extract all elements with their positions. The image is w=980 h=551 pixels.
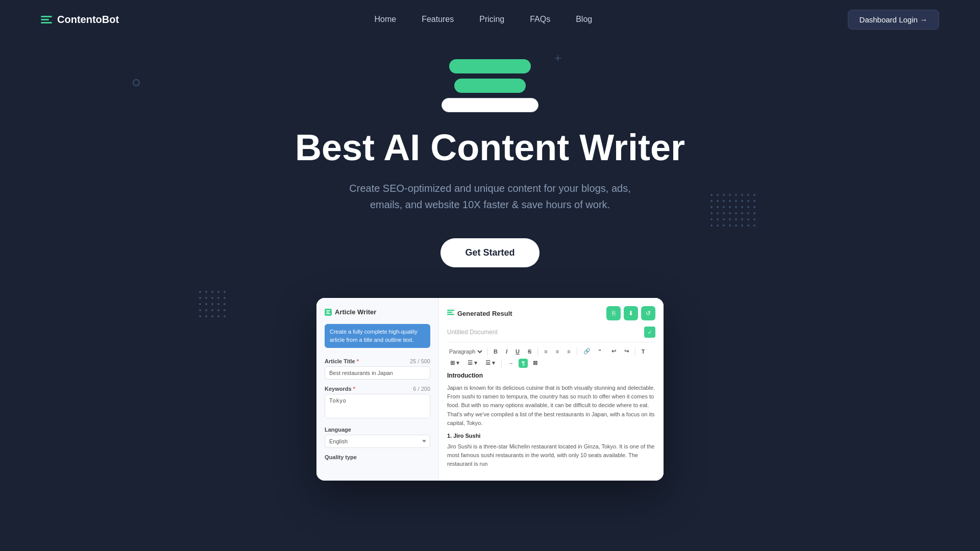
svg-rect-2 bbox=[326, 313, 330, 314]
content-heading: Introduction bbox=[447, 371, 655, 381]
navbar: ContentoBot Home Features Pricing FAQs B… bbox=[0, 0, 980, 39]
doc-save-button[interactable]: ✓ bbox=[644, 327, 655, 338]
svg-rect-3 bbox=[447, 310, 454, 311]
article-writer-panel: Article Writer Create a fully complete h… bbox=[316, 298, 439, 481]
align-right-button[interactable]: ≡ bbox=[564, 347, 573, 356]
document-title-row: Untitled Document ✓ bbox=[447, 327, 655, 342]
toolbar-separator-1 bbox=[487, 347, 487, 356]
content-subparagraph: Jiro Sushi is a three-star Michelin rest… bbox=[447, 442, 655, 468]
required-star-1: * bbox=[355, 358, 359, 364]
indent-button[interactable]: → bbox=[505, 359, 517, 368]
logo[interactable]: ContentoBot bbox=[41, 14, 119, 26]
nav-item-faqs[interactable]: FAQs bbox=[530, 15, 550, 24]
content-paragraph: Japan is known for its delicious cuisine… bbox=[447, 384, 655, 427]
article-title-label: Article Title * 25 / 500 bbox=[325, 358, 430, 364]
logo-text: ContentoBot bbox=[57, 14, 119, 26]
bold-button[interactable]: B bbox=[491, 347, 501, 356]
app-preview: Article Writer Create a fully complete h… bbox=[316, 298, 664, 481]
bar-2 bbox=[454, 79, 526, 93]
article-title-input[interactable] bbox=[325, 366, 430, 380]
svg-rect-0 bbox=[326, 310, 330, 311]
bar-3 bbox=[442, 98, 538, 112]
result-header: Generated Result ⎘ ⬇ ↺ bbox=[447, 306, 655, 320]
align-left-button[interactable]: ≡ bbox=[541, 347, 550, 356]
highlight-box: Create a fully complete high-quality art… bbox=[325, 324, 430, 348]
nav-item-blog[interactable]: Blog bbox=[576, 15, 592, 24]
panel-icon bbox=[325, 309, 332, 316]
svg-rect-1 bbox=[326, 312, 329, 313]
quality-type-label: Quality type bbox=[325, 454, 430, 460]
hero-section: Best AI Content Writer Create SEO-optimi… bbox=[0, 39, 980, 481]
link-button[interactable]: 🔗 bbox=[580, 346, 594, 356]
strikethrough-button[interactable]: S bbox=[525, 347, 534, 356]
nav-item-pricing[interactable]: Pricing bbox=[479, 15, 504, 24]
result-title: Generated Result bbox=[447, 310, 512, 317]
toolbar-separator-4 bbox=[635, 347, 635, 356]
bar-1 bbox=[449, 59, 531, 73]
result-action-buttons: ⎘ ⬇ ↺ bbox=[606, 306, 655, 320]
active-format-button[interactable]: ¶ bbox=[519, 359, 528, 368]
required-star-2: * bbox=[352, 386, 355, 392]
undo-button[interactable]: ↩ bbox=[608, 346, 619, 356]
paragraph-select[interactable]: Paragraph bbox=[447, 348, 484, 355]
redo-button[interactable]: ↪ bbox=[621, 346, 632, 356]
nav-item-features[interactable]: Features bbox=[422, 15, 454, 24]
language-select[interactable]: English bbox=[325, 435, 430, 448]
svg-rect-4 bbox=[447, 312, 452, 313]
refresh-button[interactable]: ↺ bbox=[641, 306, 655, 320]
get-started-button[interactable]: Get Started bbox=[440, 238, 539, 267]
table-button[interactable]: ⊞ ▾ bbox=[447, 358, 462, 368]
nav-links: Home Features Pricing FAQs Blog bbox=[374, 15, 592, 24]
underline-button[interactable]: U bbox=[512, 347, 523, 356]
bullet-list-button[interactable]: ☰ ▾ bbox=[464, 358, 480, 368]
doc-title-placeholder: Untitled Document bbox=[447, 329, 498, 336]
decorative-bars bbox=[442, 59, 538, 112]
content-area: Introduction Japan is known for its deli… bbox=[447, 371, 655, 468]
language-select-wrapper: English bbox=[325, 435, 430, 448]
keywords-input[interactable]: Tokyo bbox=[325, 394, 430, 418]
toolbar-separator-3 bbox=[577, 347, 577, 356]
align-center-button[interactable]: ≡ bbox=[553, 347, 562, 356]
nav-item-home[interactable]: Home bbox=[374, 15, 396, 24]
download-button[interactable]: ⬇ bbox=[624, 306, 638, 320]
copy-button[interactable]: ⎘ bbox=[606, 306, 621, 320]
keywords-label: Keywords * 6 / 200 bbox=[325, 386, 430, 392]
quote-button[interactable]: " bbox=[596, 347, 604, 356]
generated-result-panel: Generated Result ⎘ ⬇ ↺ Untitled Document… bbox=[439, 298, 664, 481]
text-size-button[interactable]: T bbox=[639, 347, 648, 356]
dashboard-login-button[interactable]: Dashboard Login → bbox=[848, 10, 939, 30]
content-subheading: 1. Jiro Sushi bbox=[447, 432, 655, 441]
hero-subtitle: Create SEO-optimized and unique content … bbox=[349, 180, 630, 213]
toolbar-separator-5 bbox=[501, 359, 502, 367]
panel-title: Article Writer bbox=[325, 308, 430, 316]
numbered-list-button[interactable]: ☰ ▾ bbox=[482, 358, 498, 368]
clear-format-button[interactable]: ⊠ bbox=[530, 358, 541, 368]
svg-rect-5 bbox=[447, 314, 454, 315]
italic-button[interactable]: I bbox=[503, 347, 510, 356]
logo-icon bbox=[41, 16, 52, 23]
hero-title: Best AI Content Writer bbox=[295, 128, 685, 168]
language-label: Language bbox=[325, 427, 430, 433]
toolbar-separator-2 bbox=[537, 347, 538, 356]
text-toolbar: Paragraph B I U S ≡ ≡ ≡ 🔗 " ↩ ↪ T ⊞ ▾ bbox=[447, 346, 655, 368]
